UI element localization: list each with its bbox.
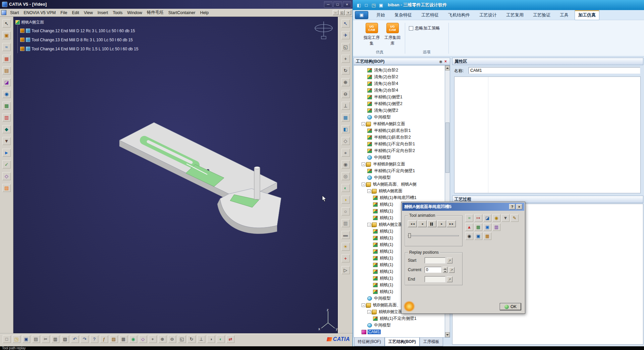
- new-icon[interactable]: □: [363, 2, 370, 8]
- machined-part-model[interactable]: [107, 114, 295, 258]
- minimize-button[interactable]: ─: [324, 1, 332, 7]
- start-pick-button[interactable]: ↗: [447, 258, 452, 263]
- paste-icon[interactable]: ▧: [61, 335, 69, 343]
- open-icon[interactable]: ◳: [370, 2, 377, 8]
- return-opset-button[interactable]: UG CAM 工序集回库: [383, 23, 402, 46]
- ribbon-tab[interactable]: 工艺特征: [418, 10, 442, 20]
- go-to-start-button[interactable]: ◄◄: [408, 220, 417, 227]
- spec-tree-item[interactable]: Tool Change.12 End Mill D 12 Rc 3 L 100 …: [20, 26, 138, 35]
- mdi-restore-button[interactable]: ◱: [339, 10, 345, 15]
- catia-menu-item[interactable]: Tools: [110, 9, 125, 16]
- bop-tree-item[interactable]: 清角(1)台阶2: [354, 67, 445, 73]
- snapshot-icon[interactable]: ▣: [474, 232, 482, 240]
- render-style-icon[interactable]: ◑: [207, 335, 215, 343]
- help-icon[interactable]: ?: [509, 204, 515, 209]
- close-button[interactable]: ×: [343, 1, 351, 7]
- pencil-icon[interactable]: ✎: [511, 214, 519, 222]
- bop-tree-item[interactable]: 半精铣(1)侧壁1: [354, 94, 445, 100]
- spec-tree-item[interactable]: Tool Change.14 End Mill D 10 Rc 1.5 L 10…: [20, 44, 138, 53]
- copy-icon[interactable]: ▥: [51, 335, 59, 343]
- collision-detect-icon[interactable]: ▲: [465, 223, 473, 231]
- bop-tree-item[interactable]: 半精铣(1)斜底台阶2: [354, 134, 445, 141]
- current-pick-button[interactable]: ↗: [449, 267, 454, 273]
- stop-condition-icon[interactable]: ◉: [492, 214, 500, 222]
- bop-tree-item[interactable]: -半精铣B侧斜立面: [354, 161, 445, 167]
- cut-icon[interactable]: ✂: [42, 335, 50, 343]
- slider-thumb[interactable]: [408, 233, 411, 238]
- fly-mode-icon[interactable]: ✈: [341, 31, 350, 39]
- app-icon[interactable]: ◧: [356, 2, 362, 8]
- ribbon-tab[interactable]: 复杂特征: [391, 10, 415, 20]
- associate-video-icon[interactable]: ▥: [492, 223, 500, 231]
- bop-tree-item[interactable]: 清角(2)台阶4: [354, 87, 445, 94]
- select-icon[interactable]: ↖: [2, 19, 11, 28]
- plane-mode-icon[interactable]: ◪: [483, 214, 491, 222]
- wireframe-icon[interactable]: ◎: [341, 172, 350, 180]
- snap-icon[interactable]: ◉: [129, 335, 137, 343]
- video-mode-icon[interactable]: ▣: [483, 223, 491, 231]
- bop-tree-item[interactable]: 清角(1)台阶4: [354, 80, 445, 87]
- measure-icon[interactable]: ◇: [139, 335, 147, 343]
- dialog-titlebar[interactable]: 精铣A侧底面单纯底凹槽5 ? ×: [402, 203, 524, 211]
- bop-tree-item[interactable]: 半精铣(1)不定向侧壁1: [354, 167, 445, 174]
- catia-menu-item[interactable]: View: [82, 9, 95, 16]
- property-grid[interactable]: [454, 77, 641, 193]
- bop-tree-item[interactable]: 半精铣(1)不定向台阶2: [354, 147, 445, 154]
- catia-menu-item[interactable]: 铸件毛坯: [145, 9, 166, 16]
- collapse-icon[interactable]: -: [362, 183, 365, 186]
- hide-show-icon[interactable]: ◐: [341, 184, 350, 192]
- rotate-view-icon[interactable]: ↻: [187, 335, 196, 343]
- undo-icon[interactable]: ↶: [71, 335, 79, 343]
- roughing-icon[interactable]: ▩: [2, 102, 11, 110]
- play-button[interactable]: ►: [437, 220, 446, 227]
- bop-tree-item[interactable]: -精铣A侧底面: [354, 188, 445, 194]
- collapse-icon[interactable]: -: [367, 310, 371, 314]
- current-input[interactable]: [425, 267, 441, 273]
- catia-menu-item[interactable]: Edit: [69, 9, 82, 16]
- pocketing-icon[interactable]: ▦: [2, 55, 11, 63]
- maximize-button[interactable]: □: [333, 1, 342, 7]
- animation-slider[interactable]: [408, 233, 459, 239]
- pan-icon[interactable]: +: [149, 335, 157, 343]
- zoom-out-icon[interactable]: ⊖: [341, 90, 350, 98]
- end-input[interactable]: [425, 276, 445, 282]
- tab-op-template[interactable]: 工序模板: [420, 338, 443, 346]
- assign-opset-button[interactable]: UG CAM 指定工序集: [362, 23, 381, 46]
- end-pick-button[interactable]: ↗: [447, 277, 452, 282]
- fx-knowledge-icon[interactable]: ƒ: [100, 335, 108, 343]
- profile-contour-icon[interactable]: ◪: [2, 78, 11, 86]
- ribbon-tab[interactable]: 加工仿真: [575, 10, 599, 20]
- redo-icon[interactable]: ↷: [80, 335, 89, 343]
- swap-space-icon[interactable]: ◑: [341, 196, 350, 204]
- spec-tree-root[interactable]: 精铣A侧立面: [15, 18, 138, 26]
- ribbon-tab[interactable]: 飞机结构件: [445, 10, 473, 20]
- new-document-icon[interactable]: □: [3, 335, 11, 343]
- step-backward-button[interactable]: ◄: [418, 220, 427, 227]
- catia-menu-item[interactable]: ENOVIA V5 VPM: [21, 9, 58, 16]
- ribbon-tab[interactable]: 工艺验证: [530, 10, 554, 20]
- tool-path-icon[interactable]: ≈: [2, 43, 11, 51]
- save-icon[interactable]: ▣: [22, 335, 30, 343]
- bop-tree-item[interactable]: 半精铣(1)不定向台阶1: [354, 141, 445, 147]
- ignore-strategy-checkbox[interactable]: 忽略加工策略: [409, 26, 440, 31]
- ribbon-tab[interactable]: 工具: [556, 10, 572, 20]
- zoom-in-icon[interactable]: ⊕: [341, 78, 350, 86]
- fit-all-icon[interactable]: ◱: [341, 43, 350, 51]
- ok-button[interactable]: OK: [500, 303, 521, 310]
- step-mode-icon[interactable]: ↦: [474, 214, 482, 222]
- facing-icon[interactable]: ▤: [2, 66, 11, 74]
- scrollbar-thumb[interactable]: [445, 122, 449, 173]
- panel-close-icon[interactable]: ×: [443, 59, 448, 64]
- lighting-icon[interactable]: ☀: [341, 243, 350, 251]
- mdi-close-button[interactable]: ×: [345, 10, 351, 15]
- ribbon-tab[interactable]: 工艺设计: [476, 10, 500, 20]
- dialog-close-icon[interactable]: ×: [516, 204, 522, 209]
- catia-menu-item[interactable]: Insert: [95, 9, 110, 16]
- catia-menu-item[interactable]: File: [58, 9, 69, 16]
- magnifier-icon[interactable]: ○: [341, 207, 350, 215]
- bop-tree-item[interactable]: 中间模型: [354, 114, 445, 120]
- collapse-icon[interactable]: -: [367, 189, 371, 193]
- name-input[interactable]: [469, 67, 640, 74]
- bop-tree-item[interactable]: -半精铣A侧斜立面: [354, 120, 445, 127]
- measure-icon[interactable]: ◇: [2, 172, 11, 180]
